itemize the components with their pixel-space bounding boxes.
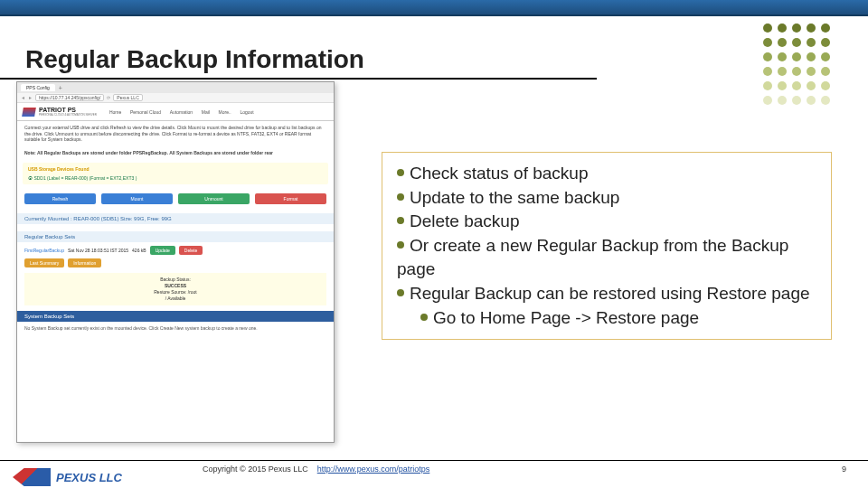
browser-tabbar: PPS Config + xyxy=(17,82,334,93)
backup-name: FirstRegularBackup xyxy=(24,248,64,253)
forward-icon: ► xyxy=(28,95,33,100)
copyright: Copyright © 2015 Pexus LLC http://www.pe… xyxy=(203,465,429,474)
reload-icon: ⟳ xyxy=(107,95,110,100)
bullet-text: Regular Backup can be restored using Res… xyxy=(410,284,810,303)
nav-home: Home xyxy=(109,109,121,115)
brand-logo-icon xyxy=(22,108,36,117)
copyright-text: Copyright © 2015 Pexus LLC xyxy=(203,465,308,474)
backup-row: FirstRegularBackup Sat Nov 28 18:03:51 I… xyxy=(17,242,334,258)
bullet-item-5: Regular Backup can be restored using Res… xyxy=(397,282,816,306)
mounted-head: Currently Mounted : REAR-000 (SDB1) Size… xyxy=(17,213,334,224)
nav-automation: Automation xyxy=(170,109,193,115)
bullet-icon xyxy=(397,193,404,201)
mount-button: Mount xyxy=(101,193,173,204)
regular-head: Regular Backup Sets xyxy=(17,231,334,242)
footer-link[interactable]: http://www.pexus.com/patriotps xyxy=(317,465,430,474)
status-value: SUCCESS xyxy=(30,283,321,289)
last-summary-button: Last Summary xyxy=(24,258,64,267)
bullet-item-2: Update to the same backup xyxy=(397,186,816,211)
bullet-icon xyxy=(397,217,404,224)
nav-logout: Logout xyxy=(240,109,253,115)
bullet-icon xyxy=(397,169,404,176)
bullet-box: Check status of backup Update to the sam… xyxy=(382,152,832,340)
usb-panel: USB Storage Devices Found ⦿ SDD1 (Label … xyxy=(23,163,328,184)
backup-subrow: Last Summary Information xyxy=(17,258,334,271)
bullet-item-3: Delete backup xyxy=(397,210,816,234)
usb-head: USB Storage Devices Found xyxy=(28,166,323,172)
intro-text: Connect your external USB drive and clic… xyxy=(17,121,334,146)
unmount-button: Unmount xyxy=(178,193,250,204)
update-button: Update xyxy=(150,246,175,255)
page-number: 9 xyxy=(842,465,846,474)
bullet-item-1: Check status of backup xyxy=(397,162,816,186)
title-underline xyxy=(0,78,597,80)
system-head: System Backup Sets xyxy=(17,311,334,322)
nav-personal-cloud: Personal Cloud xyxy=(130,109,161,115)
available-label: / Available xyxy=(30,296,321,302)
source-label: Restore Source: /root xyxy=(30,289,321,296)
action-button-row: Refresh Mount Unmount Format xyxy=(17,188,334,210)
bullet-icon xyxy=(397,241,404,249)
no-system-text: No System Backup set currently exist on … xyxy=(17,322,334,335)
browser-urlbar: ◄ ► https://10.77.14.245/ppsconfig/ ⟳ Pe… xyxy=(17,93,334,103)
format-button: Format xyxy=(255,193,326,204)
new-tab-icon: + xyxy=(59,85,62,91)
embedded-screenshot: PPS Config + ◄ ► https://10.77.14.245/pp… xyxy=(16,81,335,443)
footer-logo: PEXUS LLC xyxy=(13,468,122,486)
bullet-text: Check status of backup xyxy=(410,164,589,183)
app-header: PATRIOT PS PERSONAL CLOUD & AUTOMATION S… xyxy=(17,103,334,121)
search-text: Pexus LLC xyxy=(113,94,142,101)
delete-button: Delete xyxy=(179,246,203,255)
bullet-text: Or create a new Regular Backup from the … xyxy=(397,236,788,279)
usb-device-label: SDD1 (Label = REAR-000) (Format = EXT2,E… xyxy=(33,175,137,181)
decorative-dot-grid xyxy=(763,23,832,108)
status-label: Backup Status: xyxy=(160,277,191,282)
footer-logo-text: PEXUS LLC xyxy=(56,471,122,484)
pexus-logo-icon xyxy=(13,468,51,486)
back-icon: ◄ xyxy=(21,95,25,100)
top-accent-bar xyxy=(0,0,868,16)
backup-size: 426 kB xyxy=(132,248,146,253)
bullet-text: Update to the same backup xyxy=(410,188,619,207)
bullet-icon xyxy=(420,314,428,321)
note-text: Note: All Regular Backups are stored und… xyxy=(17,146,334,160)
brand-name: PATRIOT PS xyxy=(39,107,97,113)
url-text: https://10.77.14.245/ppsconfig/ xyxy=(35,94,104,101)
footer-divider xyxy=(0,460,868,461)
bullet-item-4: Or create a new Regular Backup from the … xyxy=(397,234,816,282)
information-button: Information xyxy=(68,258,101,267)
backup-date: Sat Nov 28 18:03:51 IST 2015 xyxy=(68,248,128,253)
bullet-text: Delete backup xyxy=(410,211,519,230)
bullet-icon xyxy=(397,289,404,296)
brand-subtitle: PERSONAL CLOUD & AUTOMATION SERVER xyxy=(39,113,97,117)
usb-device: ⦿ SDD1 (Label = REAR-000) (Format = EXT2… xyxy=(28,175,323,181)
bullet-text: Go to Home Page -> Restore page xyxy=(433,308,699,327)
bullet-item-6: Go to Home Page -> Restore page xyxy=(397,306,816,331)
refresh-button: Refresh xyxy=(24,193,96,204)
info-panel: Backup Status: SUCCESS Restore Source: /… xyxy=(24,273,326,305)
page-title: Regular Backup Information xyxy=(25,45,364,74)
nav-more: More.. xyxy=(219,109,231,115)
nav-mail: Mail xyxy=(202,109,210,115)
browser-tab: PPS Config xyxy=(21,84,55,91)
